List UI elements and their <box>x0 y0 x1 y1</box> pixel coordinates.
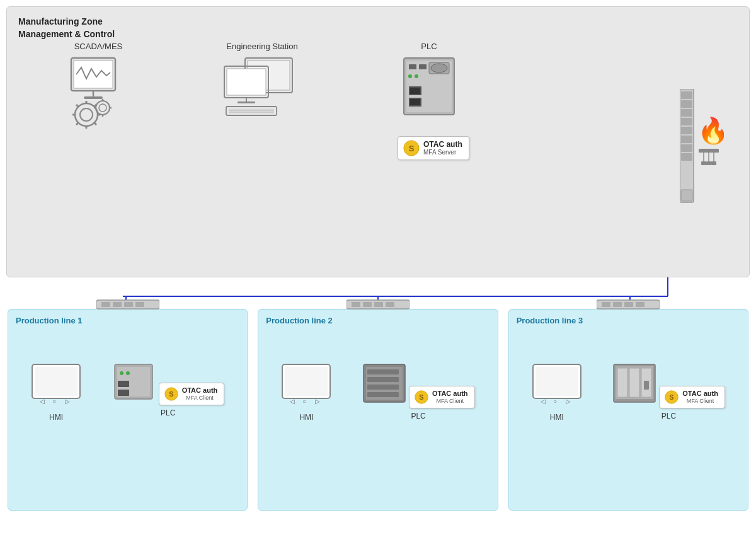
svg-rect-74 <box>681 118 692 125</box>
otac-logo-icon: S <box>403 140 420 156</box>
svg-point-61 <box>415 74 418 78</box>
svg-rect-90 <box>113 302 122 307</box>
otac-client-3-logo: S <box>665 390 679 404</box>
svg-rect-73 <box>681 109 692 117</box>
otac-client-2-text: OTAC auth MFA Client <box>432 390 468 405</box>
prod-line-2-devices: ◁ ○ ▷ HMI <box>266 363 490 422</box>
svg-rect-92 <box>135 302 144 307</box>
plc-3-icon <box>612 363 656 404</box>
svg-text:◁: ◁ <box>40 398 45 405</box>
svg-rect-108 <box>363 302 372 307</box>
otac-client-3-text: OTAC auth MFA Client <box>682 390 718 405</box>
hmi-1-block: ◁ ○ ▷ HMI <box>31 363 81 422</box>
svg-rect-86 <box>706 161 711 165</box>
svg-text:S: S <box>169 390 173 398</box>
firewall-icon: 🔥 <box>680 89 724 215</box>
hmi-3-block: ◁ ○ ▷ HMI <box>532 363 582 422</box>
svg-rect-112 <box>285 367 328 396</box>
scada-label: SCADA/MES <box>64 42 133 51</box>
svg-rect-137 <box>629 368 639 397</box>
svg-rect-102 <box>118 381 129 387</box>
plc-2-icon <box>362 363 406 404</box>
hmi-2-block: ◁ ○ ▷ HMI <box>281 363 331 422</box>
svg-rect-110 <box>386 302 394 307</box>
svg-rect-139 <box>644 381 649 390</box>
svg-rect-76 <box>681 136 692 143</box>
svg-rect-79 <box>681 190 692 201</box>
svg-rect-109 <box>374 302 383 307</box>
svg-text:▷: ▷ <box>65 398 70 405</box>
svg-point-30 <box>75 103 98 126</box>
svg-rect-71 <box>681 91 692 99</box>
svg-rect-118 <box>367 369 399 374</box>
svg-rect-125 <box>602 302 610 307</box>
svg-line-38 <box>76 123 78 125</box>
svg-rect-27 <box>74 61 113 88</box>
svg-line-36 <box>76 105 78 107</box>
otac-client-2-logo: S <box>415 390 428 404</box>
hmi-2-icon: ◁ ○ ▷ <box>281 363 331 407</box>
svg-rect-130 <box>536 367 578 396</box>
plc-2-label: PLC <box>362 412 475 420</box>
svg-text:S: S <box>670 393 674 401</box>
hmi-1-icon: ◁ ○ ▷ <box>31 363 81 407</box>
production-line-1: Production line 1 ◁ ○ ▷ HMI <box>8 309 248 511</box>
otac-client-1-text: OTAC auth MFA Client <box>182 386 218 402</box>
svg-rect-128 <box>636 302 644 307</box>
switch-strip-icon-1 <box>96 298 159 311</box>
svg-text:○: ○ <box>553 398 557 405</box>
plc-1-icon <box>112 363 156 401</box>
svg-rect-89 <box>101 302 110 307</box>
svg-rect-67 <box>410 99 420 105</box>
hmi-3-label: HMI <box>532 413 582 422</box>
svg-point-40 <box>96 101 110 115</box>
svg-text:○: ○ <box>302 398 306 405</box>
svg-rect-126 <box>613 302 622 307</box>
otac-client-3-badge: S OTAC auth MFA Client <box>659 386 725 408</box>
scada-block: SCADA/MES <box>64 42 133 139</box>
svg-rect-85 <box>701 161 706 165</box>
svg-rect-127 <box>624 302 633 307</box>
svg-rect-91 <box>124 302 133 307</box>
svg-text:◁: ◁ <box>290 398 295 405</box>
plc-1-block: S OTAC auth MFA Client PLC <box>112 363 224 417</box>
switch-strip-icon-2 <box>346 298 410 311</box>
switch-strip-3 <box>597 298 660 313</box>
switch-strip-2 <box>346 298 410 313</box>
svg-rect-72 <box>681 100 692 108</box>
main-container: Manufacturing Zone Management & Control … <box>6 6 750 511</box>
svg-rect-119 <box>367 377 399 382</box>
production-line-2: Production line 2 ◁ ○ ▷ HMI <box>258 309 498 511</box>
svg-point-101 <box>126 371 130 375</box>
switch-strip-1 <box>96 298 159 313</box>
production-lines-area: Production line 1 ◁ ○ ▷ HMI <box>6 309 750 511</box>
otac-client-2-badge: S OTAC auth MFA Client <box>409 386 475 408</box>
svg-rect-59 <box>419 64 427 69</box>
prod-line-3-devices: ◁ ○ ▷ HMI <box>517 363 740 422</box>
svg-rect-66 <box>410 88 420 94</box>
hmi-3-icon: ◁ ○ ▷ <box>532 363 582 407</box>
svg-rect-94 <box>35 367 77 396</box>
svg-rect-121 <box>367 392 399 397</box>
svg-text:▷: ▷ <box>566 398 571 405</box>
svg-point-31 <box>80 108 93 121</box>
svg-rect-53 <box>229 108 274 113</box>
svg-text:○: ○ <box>52 398 56 405</box>
svg-point-63 <box>431 64 447 72</box>
plc-2-block: S OTAC auth MFA Client PLC <box>362 363 475 420</box>
otac-client-1-logo: S <box>164 387 178 401</box>
svg-text:▷: ▷ <box>315 398 320 405</box>
otac-server-badge: S OTAC auth MFA Server <box>398 136 469 160</box>
manufacturing-zone: Manufacturing Zone Management & Control … <box>6 6 750 277</box>
svg-text:S: S <box>409 144 415 153</box>
hmi-1-label: HMI <box>31 413 81 422</box>
otac-server-text: OTAC auth MFA Server <box>423 140 462 156</box>
production-line-3: Production line 3 ◁ ○ ▷ HMI <box>508 309 748 511</box>
svg-text:S: S <box>419 393 423 401</box>
plc-top-label: PLC <box>398 42 461 51</box>
otac-client-1-badge: S OTAC auth MFA Client <box>159 383 225 405</box>
firewall-block: 🔥 <box>680 89 724 217</box>
svg-rect-78 <box>681 153 692 161</box>
plc-3-block: S OTAC auth MFA Client PLC <box>612 363 725 420</box>
svg-line-37 <box>94 123 96 125</box>
